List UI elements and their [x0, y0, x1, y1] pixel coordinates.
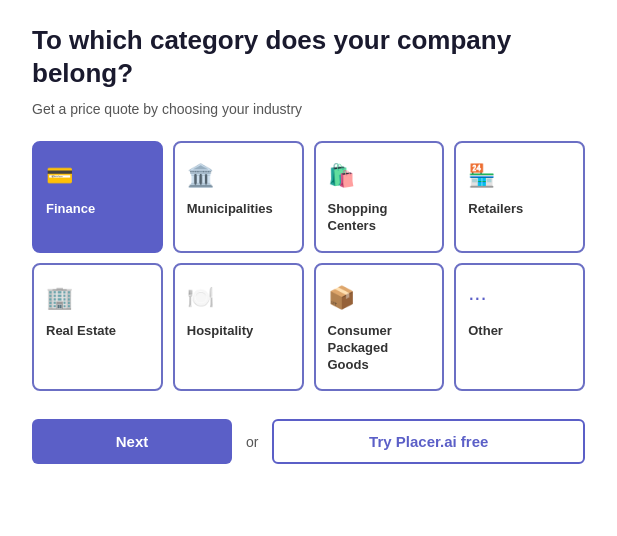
shopping-centers-label: Shopping Centers — [328, 201, 431, 235]
category-card-shopping-centers[interactable]: 🛍️Shopping Centers — [314, 141, 445, 253]
page-title: To which category does your company belo… — [32, 24, 585, 89]
retailers-label: Retailers — [468, 201, 523, 218]
next-button[interactable]: Next — [32, 419, 232, 464]
try-placer-button[interactable]: Try Placer.ai free — [272, 419, 585, 464]
consumer-packaged-goods-icon: 📦 — [328, 285, 355, 311]
retailers-icon: 🏪 — [468, 163, 495, 189]
category-card-real-estate[interactable]: 🏢Real Estate — [32, 263, 163, 392]
category-grid: 💳Finance🏛️Municipalities🛍️Shopping Cente… — [32, 141, 585, 391]
category-card-other[interactable]: ···Other — [454, 263, 585, 392]
other-label: Other — [468, 323, 503, 340]
category-card-consumer-packaged-goods[interactable]: 📦Consumer Packaged Goods — [314, 263, 445, 392]
finance-label: Finance — [46, 201, 95, 218]
action-row: Next or Try Placer.ai free — [32, 419, 585, 464]
page-subtitle: Get a price quote by choosing your indus… — [32, 101, 585, 117]
or-label: or — [246, 434, 258, 450]
category-card-hospitality[interactable]: 🍽️Hospitality — [173, 263, 304, 392]
shopping-centers-icon: 🛍️ — [328, 163, 355, 189]
hospitality-label: Hospitality — [187, 323, 253, 340]
finance-icon: 💳 — [46, 163, 73, 189]
real-estate-label: Real Estate — [46, 323, 116, 340]
main-container: To which category does your company belo… — [32, 24, 585, 464]
other-icon: ··· — [468, 285, 486, 311]
consumer-packaged-goods-label: Consumer Packaged Goods — [328, 323, 431, 374]
municipalities-label: Municipalities — [187, 201, 273, 218]
category-card-finance[interactable]: 💳Finance — [32, 141, 163, 253]
municipalities-icon: 🏛️ — [187, 163, 214, 189]
category-card-retailers[interactable]: 🏪Retailers — [454, 141, 585, 253]
real-estate-icon: 🏢 — [46, 285, 73, 311]
category-card-municipalities[interactable]: 🏛️Municipalities — [173, 141, 304, 253]
hospitality-icon: 🍽️ — [187, 285, 214, 311]
